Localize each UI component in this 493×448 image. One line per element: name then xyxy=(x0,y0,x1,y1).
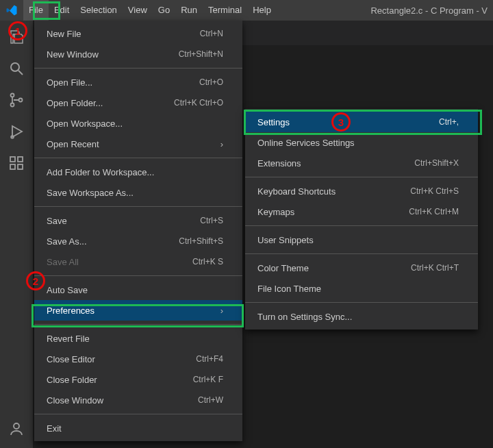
window-title: Rectangle2.c - C Program - V xyxy=(370,5,488,16)
preferences-submenu: SettingsCtrl+,Online Services SettingsEx… xyxy=(245,109,478,329)
file-menu-separator xyxy=(34,158,242,158)
prefs-menu-separator xyxy=(245,253,478,254)
menu-file[interactable]: File xyxy=(23,0,49,21)
menu-item-shortcut: Ctrl+K Ctrl+M xyxy=(409,207,459,216)
prefs-menu-separator xyxy=(245,302,478,303)
file-menu-item[interactable]: New WindowCtrl+Shift+N xyxy=(34,44,242,64)
file-menu-item[interactable]: Revert File xyxy=(34,328,242,349)
menu-item-label: Revert File xyxy=(47,334,223,344)
prefs-menu-item[interactable]: User Snippets xyxy=(245,229,478,250)
menu-item-shortcut: Ctrl+K Ctrl+S xyxy=(410,186,459,196)
menu-item-shortcut: Ctrl+K Ctrl+O xyxy=(174,98,223,108)
menu-selection[interactable]: Selection xyxy=(75,0,122,21)
menu-item-label: Online Services Settings xyxy=(257,138,459,148)
menu-item-label: User Snippets xyxy=(257,235,459,245)
file-menu-item[interactable]: Open Recent› xyxy=(34,134,242,154)
menu-item-shortcut: Ctrl+Shift+S xyxy=(179,236,223,246)
menu-item-shortcut: Ctrl+O xyxy=(199,77,223,87)
menu-strip: FileEditSelectionViewGoRunTerminalHelp xyxy=(23,0,277,21)
prefs-menu-item[interactable]: SettingsCtrl+, xyxy=(245,112,478,132)
svg-rect-9 xyxy=(18,157,23,162)
file-menu-item[interactable]: Open File...Ctrl+O xyxy=(34,72,242,92)
menu-item-label: New Window xyxy=(47,49,179,60)
file-menu-item[interactable]: Open Folder...Ctrl+K Ctrl+O xyxy=(34,92,242,113)
svg-rect-8 xyxy=(18,164,23,169)
menu-item-shortcut: Ctrl+Shift+N xyxy=(179,49,223,59)
explorer-icon[interactable] xyxy=(8,29,25,45)
prefs-menu-separator xyxy=(245,177,478,177)
file-menu-item[interactable]: Exit xyxy=(34,418,242,438)
menu-item-label: Close Window xyxy=(47,395,198,406)
prefs-menu-item[interactable]: File Icon Theme xyxy=(245,278,478,299)
menu-item-label: New File xyxy=(47,29,200,39)
chevron-right-icon: › xyxy=(214,306,223,316)
vscode-logo-icon xyxy=(5,4,18,16)
menu-item-label: Save xyxy=(47,216,200,226)
file-menu-item[interactable]: Add Folder to Workspace... xyxy=(34,162,242,182)
chevron-right-icon: › xyxy=(214,139,223,149)
menu-terminal[interactable]: Terminal xyxy=(203,0,247,21)
file-menu-item[interactable]: Save As...Ctrl+Shift+S xyxy=(34,231,242,251)
menu-item-shortcut: Ctrl+K S xyxy=(192,257,223,266)
menu-item-label: Turn on Settings Sync... xyxy=(257,312,459,322)
menu-item-label: Save Workspace As... xyxy=(47,188,223,198)
menu-item-label: Settings xyxy=(257,117,439,127)
menu-item-label: Keymaps xyxy=(257,207,409,217)
file-menu-item[interactable]: Close FolderCtrl+K F xyxy=(34,369,242,390)
menu-run[interactable]: Run xyxy=(175,0,203,21)
menu-help[interactable]: Help xyxy=(247,0,277,21)
menu-item-label: File Icon Theme xyxy=(257,284,459,294)
svg-line-1 xyxy=(18,71,23,75)
menu-item-shortcut: Ctrl+K F xyxy=(193,375,223,384)
file-menu-item[interactable]: New FileCtrl+N xyxy=(34,23,242,44)
menu-edit[interactable]: Edit xyxy=(49,0,75,21)
search-icon[interactable] xyxy=(8,60,25,77)
file-menu: New FileCtrl+NNew WindowCtrl+Shift+NOpen… xyxy=(34,21,242,441)
menu-item-label: Close Editor xyxy=(47,354,196,364)
prefs-menu-item[interactable]: Color ThemeCtrl+K Ctrl+T xyxy=(245,258,478,278)
menu-item-label: Open File... xyxy=(47,77,199,88)
prefs-menu-item[interactable]: Turn on Settings Sync... xyxy=(245,306,478,327)
menu-item-label: Exit xyxy=(47,423,223,434)
menu-item-shortcut: Ctrl+F4 xyxy=(196,354,223,364)
prefs-menu-item[interactable]: KeymapsCtrl+K Ctrl+M xyxy=(245,201,478,222)
activity-bar xyxy=(0,21,33,448)
prefs-menu-item[interactable]: ExtensionsCtrl+Shift+X xyxy=(245,153,478,173)
prefs-menu-item[interactable]: Keyboard ShortcutsCtrl+K Ctrl+S xyxy=(245,181,478,201)
prefs-menu-item[interactable]: Online Services Settings xyxy=(245,132,478,153)
extensions-icon[interactable] xyxy=(8,155,25,171)
menu-item-shortcut: Ctrl+N xyxy=(200,29,223,38)
file-menu-item: Save AllCtrl+K S xyxy=(34,251,242,272)
menu-item-label: Close Folder xyxy=(47,375,193,385)
menu-item-label: Extensions xyxy=(257,158,414,169)
file-menu-item[interactable]: Save Workspace As... xyxy=(34,182,242,203)
file-menu-item[interactable]: Auto Save xyxy=(34,279,242,300)
menu-item-shortcut: Ctrl+Shift+X xyxy=(414,158,459,168)
accounts-icon[interactable] xyxy=(8,421,25,437)
prefs-menu-separator xyxy=(245,225,478,226)
svg-point-3 xyxy=(11,103,14,107)
menu-item-label: Keyboard Shortcuts xyxy=(257,186,410,197)
file-menu-item[interactable]: Preferences› xyxy=(34,300,242,321)
svg-point-4 xyxy=(19,99,23,102)
menu-item-label: Preferences xyxy=(47,306,214,316)
menu-item-label: Auto Save xyxy=(47,285,223,295)
title-bar: FileEditSelectionViewGoRunTerminalHelp R… xyxy=(0,0,493,21)
menu-item-label: Open Folder... xyxy=(47,98,174,108)
file-menu-separator xyxy=(34,68,242,69)
file-menu-item[interactable]: Close WindowCtrl+W xyxy=(34,390,242,410)
menu-go[interactable]: Go xyxy=(153,0,175,21)
menu-item-shortcut: Ctrl+S xyxy=(200,216,223,225)
menu-item-label: Open Workspace... xyxy=(47,119,223,129)
svg-point-0 xyxy=(11,63,19,71)
file-menu-separator xyxy=(34,206,242,207)
run-debug-icon[interactable] xyxy=(8,123,25,140)
file-menu-item[interactable]: SaveCtrl+S xyxy=(34,210,242,231)
file-menu-item[interactable]: Open Workspace... xyxy=(34,113,242,134)
menu-view[interactable]: View xyxy=(123,0,153,21)
svg-rect-6 xyxy=(10,157,15,162)
source-control-icon[interactable] xyxy=(8,92,25,108)
file-menu-separator xyxy=(34,324,242,325)
file-menu-item[interactable]: Close EditorCtrl+F4 xyxy=(34,349,242,369)
menu-item-label: Add Folder to Workspace... xyxy=(47,167,223,177)
